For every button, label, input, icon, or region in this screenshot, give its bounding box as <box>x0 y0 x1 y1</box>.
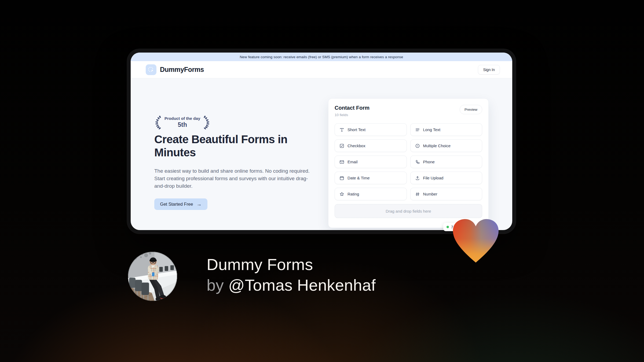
field-phone[interactable]: Phone <box>410 156 482 168</box>
field-rating[interactable]: Rating <box>335 188 407 200</box>
green-dot-icon <box>447 226 449 228</box>
field-label: Multiple Choice <box>423 143 451 148</box>
announcement-banner: New feature coming soon: receive emails … <box>131 53 512 61</box>
drop-zone-text: Drag and drop fields here <box>386 209 431 213</box>
app-page: New feature coming soon: receive emails … <box>131 53 512 230</box>
field-palette: Short Text Long Text <box>335 123 482 200</box>
brand-link[interactable]: DummyForms <box>146 64 204 75</box>
app-logo-icon <box>146 64 156 75</box>
hero-title: Create Beautiful Forms in Minutes <box>154 133 309 159</box>
radio-icon <box>415 143 420 149</box>
field-label: Long Text <box>423 127 441 132</box>
arrow-right-icon: → <box>196 202 202 207</box>
field-label: Email <box>347 160 358 164</box>
form-title: Contact Form <box>335 105 369 111</box>
upload-icon <box>415 175 420 181</box>
checkbox-icon <box>339 143 345 149</box>
laurel-right-icon <box>202 114 210 130</box>
form-builder-card: Contact Form 10 fields Preview <box>328 98 489 228</box>
form-field-count: 10 fields <box>335 113 369 117</box>
drop-zone[interactable]: Drag and drop fields here <box>335 204 482 218</box>
sign-in-button[interactable]: Sign In <box>478 65 500 75</box>
hash-icon <box>415 191 420 197</box>
attribution-caption: Dummy Forms by @Tomas Henkenhaf <box>207 254 376 295</box>
field-checkbox[interactable]: Checkbox <box>335 139 407 152</box>
product-of-day-badge: Product of the day 5th <box>154 114 210 130</box>
attribution-by: by <box>207 276 224 294</box>
calendar-icon <box>339 175 345 181</box>
field-label: Date & Time <box>347 176 370 180</box>
phone-icon <box>415 159 420 165</box>
award-rank: 5th <box>178 121 187 128</box>
brand-name: DummyForms <box>160 66 204 73</box>
field-label: Checkbox <box>347 143 365 148</box>
app-header: DummyForms Sign In <box>131 61 512 78</box>
hero-description: The easiest way to build and share onlin… <box>154 167 310 190</box>
field-label: Short Text <box>347 127 365 132</box>
field-label: Number <box>423 192 437 196</box>
star-icon <box>339 191 345 197</box>
field-number[interactable]: Number <box>410 188 482 200</box>
text-icon <box>339 127 345 132</box>
field-date-time[interactable]: Date & Time <box>335 172 407 184</box>
attribution-author: @Tomas Henkenhaf <box>228 276 376 294</box>
get-started-label: Get Started Free <box>160 202 193 207</box>
field-label: Rating <box>347 192 359 196</box>
attribution-title: Dummy Forms <box>207 254 376 275</box>
browser-window: New feature coming soon: receive emails … <box>127 49 516 234</box>
hero-section: Product of the day 5th <box>131 78 512 230</box>
field-label: File Upload <box>423 176 444 180</box>
envelope-icon <box>339 159 345 165</box>
laurel-left-icon <box>154 114 162 130</box>
field-label: Phone <box>423 160 435 164</box>
field-multiple-choice[interactable]: Multiple Choice <box>410 139 482 152</box>
announcement-text: New feature coming soon: receive emails … <box>240 55 403 59</box>
get-started-button[interactable]: Get Started Free → <box>154 198 207 210</box>
preview-button[interactable]: Preview <box>460 105 482 114</box>
promo-canvas: New feature coming soon: receive emails … <box>0 0 644 362</box>
heart-icon <box>450 217 501 265</box>
field-short-text[interactable]: Short Text <box>335 123 407 136</box>
field-long-text[interactable]: Long Text <box>410 123 482 136</box>
maker-avatar <box>128 252 177 301</box>
lines-icon <box>415 127 420 132</box>
award-label: Product of the day <box>164 116 200 121</box>
field-email[interactable]: Email <box>335 156 407 168</box>
field-file-upload[interactable]: File Upload <box>410 172 482 184</box>
